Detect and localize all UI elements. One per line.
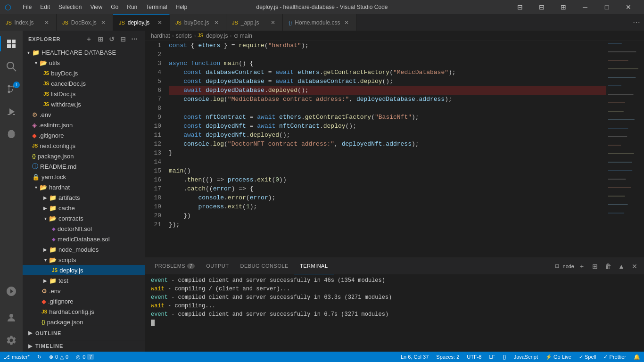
status-spaces[interactable]: Spaces: 2: [432, 352, 463, 362]
breadcrumb-scripts[interactable]: scripts: [176, 33, 192, 39]
tree-env[interactable]: ⚙ .env: [23, 109, 145, 120]
menu-help[interactable]: Help: [172, 2, 191, 12]
tree-listdoc[interactable]: JS listDoc.js: [23, 89, 145, 99]
outline-section[interactable]: ▶ OUTLINE: [23, 326, 145, 340]
activity-source-control[interactable]: 1: [0, 78, 23, 100]
project-root[interactable]: ▾ 📁 HEALTHCARE-DATABASE: [23, 47, 145, 58]
tree-withdraw[interactable]: JS withdraw.js: [23, 99, 145, 109]
status-encoding[interactable]: UTF-8: [463, 352, 485, 362]
tree-packagejson[interactable]: {} package.json: [23, 151, 145, 161]
tree-utils-folder[interactable]: ▾ 📂 utils: [23, 58, 145, 68]
window-side-icon[interactable]: ⊟: [531, 0, 553, 14]
status-prettier[interactable]: ✓ Prettier: [600, 352, 630, 362]
tab-homemodule[interactable]: {} Home.module.css ✕: [283, 14, 356, 31]
status-brackets[interactable]: {}: [499, 352, 510, 362]
status-info[interactable]: ◎ 0 7: [72, 352, 98, 362]
menu-file[interactable]: File: [19, 2, 35, 12]
maximize-panel-icon[interactable]: ▲: [616, 261, 627, 272]
status-golive[interactable]: ⚡ Go Live: [542, 352, 575, 362]
tab-close-app[interactable]: ✕: [269, 19, 277, 26]
new-terminal-icon[interactable]: +: [576, 261, 587, 272]
menu-go[interactable]: Go: [107, 2, 122, 12]
tab-index[interactable]: JS index.js ✕: [0, 14, 57, 31]
menu-view[interactable]: View: [86, 2, 106, 12]
breadcrumb-deployjs-label[interactable]: deploy.js: [206, 33, 228, 39]
code-content[interactable]: const { ethers } = require("hardhat");as…: [165, 41, 606, 257]
tree-medicdatabase[interactable]: ◆ medicDatabase.sol: [23, 234, 145, 244]
tree-contracts-folder[interactable]: ▾ 📂 contracts: [23, 213, 145, 223]
tab-close-buydoc[interactable]: ✕: [213, 19, 220, 26]
tree-eslintrc[interactable]: ◈ .eslintrc.json: [23, 120, 145, 130]
tab-close-index[interactable]: ✕: [43, 19, 50, 26]
tree-scripts-folder[interactable]: ▾ 📂 scripts: [23, 255, 145, 265]
status-sync[interactable]: ↻: [33, 352, 45, 362]
breadcrumb-hardhat[interactable]: hardhat: [151, 33, 170, 39]
tab-deploy[interactable]: JS deploy.js ✕: [113, 14, 170, 31]
minimize-button[interactable]: ─: [574, 0, 596, 14]
tab-app[interactable]: JS _app.js ✕: [226, 14, 283, 31]
tree-deploy[interactable]: JS deploy.js: [23, 265, 145, 275]
new-folder-icon[interactable]: ⊞: [96, 34, 105, 44]
panel-tab-problems[interactable]: PROBLEMS 7: [149, 258, 200, 274]
status-spell[interactable]: ✓ Spell: [575, 352, 600, 362]
menu-terminal[interactable]: Terminal: [142, 2, 171, 12]
split-terminal-icon[interactable]: ⊞: [589, 261, 601, 272]
tree-gitignore2[interactable]: ◆ .gitignore: [23, 296, 145, 306]
tree-yarnlock[interactable]: 🔒 yarn.lock: [23, 172, 145, 182]
activity-extensions[interactable]: [0, 123, 23, 146]
status-branch[interactable]: ⎇ master*: [0, 352, 33, 362]
status-position[interactable]: Ln 6, Col 37: [397, 352, 432, 362]
activity-explorer[interactable]: [0, 33, 23, 55]
activity-remote[interactable]: [0, 280, 23, 303]
more-actions-icon[interactable]: ⋯: [130, 34, 139, 44]
tree-readme[interactable]: ⓘ README.md: [23, 161, 145, 172]
tree-canceldoc[interactable]: JS cancelDoc.js: [23, 78, 145, 89]
tree-env2[interactable]: ⚙ .env: [23, 286, 145, 296]
activity-account[interactable]: [0, 306, 23, 329]
tab-close-deploy[interactable]: ✕: [156, 19, 164, 26]
refresh-icon[interactable]: ↺: [107, 34, 116, 44]
tab-buydoc[interactable]: JS buyDoc.js ✕: [170, 14, 226, 31]
tree-hardhat-folder[interactable]: ▾ 📂 hardhat: [23, 182, 145, 192]
tree-artifacts[interactable]: ▶ 📁 artifacts: [23, 192, 145, 203]
panel-tab-debug-console[interactable]: DEBUG CONSOLE: [234, 258, 294, 274]
menu-edit[interactable]: Edit: [36, 2, 54, 12]
tree-hardhatconfig[interactable]: JS hardhat.config.js: [23, 306, 145, 317]
tree-packagejson2[interactable]: {} package.json: [23, 317, 145, 326]
window-grid-icon[interactable]: ⊞: [553, 0, 574, 14]
status-eol[interactable]: LF: [485, 352, 499, 362]
window-layout-icon[interactable]: ⊟: [509, 0, 531, 14]
close-panel-icon[interactable]: ✕: [629, 261, 640, 272]
collapse-all-icon[interactable]: ⊟: [118, 34, 128, 44]
panel-tab-output[interactable]: OUTPUT: [200, 258, 234, 274]
terminal-cursor: [151, 320, 155, 326]
tree-gitignore[interactable]: ◆ .gitignore: [23, 130, 145, 140]
tree-node-modules[interactable]: ▶ 📁 node_modules: [23, 244, 145, 255]
tree-doctornft[interactable]: ◆ doctorNft.sol: [23, 223, 145, 234]
breadcrumb-deployjs[interactable]: JS: [198, 33, 203, 38]
status-language[interactable]: JavaScript: [510, 352, 542, 362]
new-file-icon[interactable]: +: [84, 34, 94, 44]
tab-more-icon[interactable]: ⋯: [629, 14, 644, 31]
menu-selection[interactable]: Selection: [55, 2, 85, 12]
status-notifications[interactable]: 🔔: [630, 352, 644, 362]
close-button[interactable]: ✕: [618, 0, 639, 14]
tree-nextconfig[interactable]: JS next.config.js: [23, 140, 145, 151]
tree-buydoc[interactable]: JS buyDoc.js: [23, 68, 145, 78]
tree-cache[interactable]: ▶ 📁 cache: [23, 203, 145, 213]
tab-close-homemodule[interactable]: ✕: [343, 19, 350, 26]
terminal-content[interactable]: event - compiled client and server succe…: [145, 274, 644, 352]
tab-close-docbox[interactable]: ✕: [99, 19, 107, 26]
maximize-button[interactable]: □: [596, 0, 618, 14]
kill-terminal-icon[interactable]: 🗑: [603, 261, 614, 272]
tree-test[interactable]: ▶ 📁 test: [23, 275, 145, 286]
activity-search[interactable]: [0, 55, 23, 78]
breadcrumb-main[interactable]: ⊙ main: [234, 33, 252, 39]
status-errors[interactable]: ⊗ 0 △ 0: [45, 352, 72, 362]
panel-tab-terminal[interactable]: TERMINAL: [294, 258, 334, 274]
timeline-section[interactable]: ▶ TIMELINE: [23, 340, 145, 352]
tab-docbox[interactable]: JS DocBox.js ✕: [57, 14, 113, 31]
activity-settings[interactable]: [0, 329, 23, 352]
menu-run[interactable]: Run: [123, 2, 141, 12]
activity-run[interactable]: [0, 100, 23, 123]
